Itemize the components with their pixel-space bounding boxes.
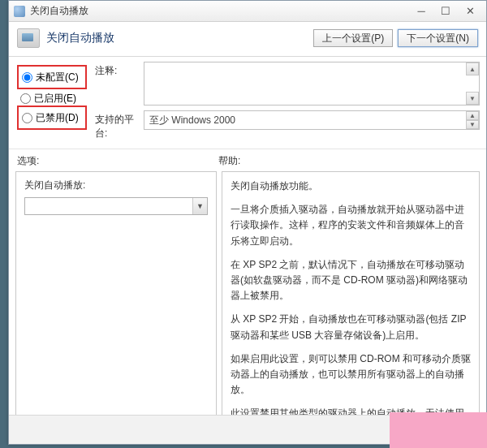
overlay-artifact <box>390 412 487 448</box>
options-field-label: 关闭自动播放: <box>24 179 208 192</box>
previous-setting-button[interactable]: 上一个设置(P) <box>313 29 393 47</box>
radio-enabled-label: 已启用(E) <box>34 92 76 106</box>
scroll-up-icon[interactable]: ▲ <box>466 111 479 120</box>
options-dropdown[interactable]: ▼ <box>24 197 208 215</box>
radio-disabled[interactable]: 已禁用(D) <box>19 109 85 127</box>
maximize-button[interactable]: ☐ <box>434 4 457 19</box>
scroll-down-icon[interactable]: ▼ <box>466 120 479 129</box>
platform-label: 支持的平台: <box>95 110 144 140</box>
help-text: 关闭自动播放功能。 <box>231 179 471 194</box>
radio-group: 未配置(C) 已启用(E) 已禁用(D) <box>15 62 87 145</box>
window-title: 关闭自动播放 <box>30 4 88 18</box>
app-icon <box>14 6 25 17</box>
chevron-down-icon[interactable]: ▼ <box>192 198 207 214</box>
radio-not-configured-label: 未配置(C) <box>36 71 79 84</box>
minimize-button[interactable]: ─ <box>410 4 433 19</box>
next-setting-button[interactable]: 下一个设置(N) <box>398 29 478 47</box>
help-text: 如果启用此设置，则可以禁用 CD-ROM 和可移动介质驱动器上的自动播放，也可以… <box>231 351 471 398</box>
help-text: 一旦将介质插入驱动器，自动播放就开始从驱动器中进行读取操作。这样，程序的安装文件… <box>231 202 471 249</box>
comment-textarea[interactable]: ▲ ▼ <box>144 62 480 106</box>
comment-label: 注释: <box>95 62 144 78</box>
page-title: 关闭自动播放 <box>46 31 114 45</box>
scrollbar[interactable]: ▲ ▼ <box>466 62 479 105</box>
titlebar[interactable]: 关闭自动播放 ─ ☐ ✕ <box>9 1 486 22</box>
content-panes: 关闭自动播放: ▼ 关闭自动播放功能。 一旦将介质插入驱动器，自动播放就开始从驱… <box>9 171 486 416</box>
radio-disabled-input[interactable] <box>22 113 32 123</box>
help-pane: 关闭自动播放功能。 一旦将介质插入驱动器，自动播放就开始从驱动器中进行读取操作。… <box>222 171 480 416</box>
scroll-down-icon[interactable]: ▼ <box>466 92 479 105</box>
platform-value-box: 至少 Windows 2000 ▲ ▼ <box>144 110 480 130</box>
dialog-window: 关闭自动播放 ─ ☐ ✕ 关闭自动播放 上一个设置(P) 下一个设置(N) 未配… <box>8 0 487 445</box>
help-text: 在 XP SP2 之前，默认情况下，自动播放在可移动驱动器(如软盘驱动器，而不是… <box>231 257 471 304</box>
radio-enabled[interactable]: 已启用(E) <box>17 89 87 107</box>
scroll-up-icon[interactable]: ▲ <box>466 62 479 75</box>
help-heading: 帮助: <box>218 154 240 168</box>
scrollbar[interactable]: ▲ ▼ <box>466 111 479 129</box>
section-labels: 选项: 帮助: <box>9 149 486 171</box>
radio-not-configured-input[interactable] <box>22 72 32 83</box>
radio-enabled-input[interactable] <box>20 93 31 104</box>
radio-disabled-label: 已禁用(D) <box>36 111 79 125</box>
platform-value: 至少 Windows 2000 <box>149 114 235 126</box>
help-text: 从 XP SP2 开始，自动播放也在可移动驱动器(包括 ZIP 驱动器和某些 U… <box>231 312 471 342</box>
options-heading: 选项: <box>17 154 218 168</box>
policy-icon <box>17 28 40 48</box>
config-area: 未配置(C) 已启用(E) 已禁用(D) 注释: ▲ ▼ <box>9 57 486 149</box>
radio-not-configured[interactable]: 未配置(C) <box>19 68 85 86</box>
header: 关闭自动播放 上一个设置(P) 下一个设置(N) <box>9 22 486 57</box>
options-pane: 关闭自动播放: ▼ <box>15 171 217 416</box>
close-button[interactable]: ✕ <box>459 4 481 19</box>
